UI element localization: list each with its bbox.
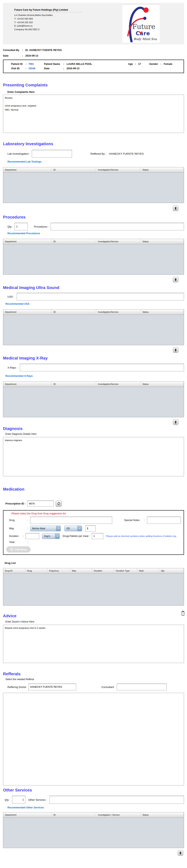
- recommended-procedures-table: Department ID Investigation/Service Stat…: [3, 239, 184, 275]
- total-label: Total: [9, 541, 14, 544]
- column-header-way: Way: [70, 568, 92, 574]
- column-header-department: Department: [3, 167, 52, 173]
- procedures-input-row: Qty : Procedures :: [7, 223, 184, 230]
- referring-doctor-row: Reffering Doctor Consultant: [7, 684, 184, 690]
- prescription-row: Prescription ID :: [5, 500, 184, 506]
- delete-xray-selection-button[interactable]: [173, 419, 178, 425]
- recommended-xray-link[interactable]: Recommended X-Rays: [5, 375, 184, 377]
- refresh-prescription-button[interactable]: [56, 500, 62, 506]
- company-name: Future Care by Future Holdings (Pty) Lim…: [14, 8, 83, 12]
- recommended-other-services-link[interactable]: Recommended Other Services: [7, 806, 184, 809]
- company-address: Le Chainter,Victoria,Mahe,Seychelles: [14, 13, 83, 17]
- lab-investigation-input[interactable]: [32, 150, 72, 157]
- complaints-label: Enter Complaints Here: [7, 91, 184, 93]
- colon: :: [28, 527, 28, 530]
- consultation-date-value: 2024-09-13: [25, 54, 38, 57]
- future-care-logo-icon: Future Care Body Mind Soul: [125, 6, 157, 42]
- company-phone-1: T: +24 82 593 593: [14, 17, 83, 21]
- patient-id-label: Patient ID: [11, 63, 26, 65]
- uss-delete-row: [3, 347, 184, 353]
- per-meal-label: Drugs/Tablets per meal :: [63, 535, 90, 537]
- column-header-investigation: Investigation / Service: [96, 812, 141, 817]
- company-number: Company No.8417652-2: [14, 28, 83, 31]
- consultant-label: Consultant: [101, 686, 114, 688]
- column-header-status: Status: [141, 812, 184, 817]
- other-qty-input[interactable]: [12, 796, 25, 804]
- special-notes-input[interactable]: [147, 517, 181, 524]
- column-header-investigation: Investigation/Service: [96, 167, 141, 173]
- column-header-id: ID: [52, 310, 96, 315]
- visit-date-label: Date: [44, 67, 63, 70]
- delete-uss-selection-button[interactable]: [173, 347, 178, 353]
- referral-list-box[interactable]: [3, 693, 184, 785]
- drug-name-input[interactable]: [30, 517, 112, 524]
- colon: :: [28, 519, 28, 522]
- column-header-drug: Drug: [25, 568, 47, 574]
- meal-timing-value: Before Meal: [30, 526, 56, 531]
- referring-doctor-label: Reffering Doctor: [7, 686, 26, 688]
- patient-name-value: LAURA NELLE POOL: [67, 63, 128, 65]
- colon: :: [23, 535, 24, 537]
- diagnosis-textarea[interactable]: Impress migrane: [3, 437, 184, 476]
- prescription-id-input[interactable]: [27, 500, 54, 506]
- frequency-qty-input[interactable]: [85, 525, 96, 531]
- total-row: Total:: [9, 541, 181, 544]
- chevron-down-icon: ▼: [77, 526, 82, 531]
- other-services-input[interactable]: [49, 796, 184, 804]
- presenting-complaints-heading: Presenting Complaints: [3, 83, 184, 87]
- procedures-qty-input[interactable]: [14, 223, 28, 230]
- recommended-uss-link[interactable]: Recommended USS: [5, 303, 184, 305]
- procedures-input[interactable]: [51, 223, 184, 230]
- delete-procedures-selection-button[interactable]: [173, 277, 178, 282]
- uss-input[interactable]: [17, 293, 184, 301]
- drug-list-table: Drug ID Drug Fequency Way Duration Durat…: [3, 568, 184, 606]
- colon: :: [22, 49, 25, 52]
- company-logo: Future Care Body Mind Soul: [122, 5, 160, 43]
- column-header-drug-id: Drug ID: [3, 568, 25, 574]
- drug-entry-box: Please select the Drug from Drug suggess…: [3, 510, 184, 555]
- diagnosis-heading: Diagnosis: [3, 426, 184, 431]
- meal-timing-select[interactable]: Before Meal ▼: [30, 526, 61, 531]
- delete-lab-selection-button[interactable]: [173, 206, 178, 211]
- consultant-input[interactable]: [117, 684, 167, 690]
- duration-input[interactable]: [26, 533, 39, 539]
- delete-other-selection-button[interactable]: [178, 850, 183, 856]
- column-header-duration: Duration: [92, 568, 114, 574]
- add-drug-button[interactable]: Add Drug: [6, 547, 31, 552]
- way-row: Way: Before Meal ▼ OD ▼: [9, 525, 181, 531]
- duration-unit-value: Day/s: [42, 533, 55, 539]
- xray-heading: Medical Imaging X-Ray: [3, 356, 184, 361]
- diagnosis-label: Enter Diagnosis Details Here: [5, 433, 184, 435]
- per-meal-input[interactable]: [92, 533, 103, 539]
- delete-drug-list-button[interactable]: [181, 611, 185, 617]
- duration-unit-select[interactable]: Day/s ▼: [42, 533, 60, 539]
- procedures-delete-row: [3, 277, 184, 282]
- trash-icon: [174, 278, 177, 281]
- frequency-value: OD: [65, 526, 77, 531]
- uss-input-row: USS :: [7, 293, 184, 301]
- advice-label: Enter Doctor's Advice Here: [5, 620, 184, 623]
- recommended-procedures-link[interactable]: Recommended Procedures: [7, 232, 184, 235]
- patient-row-2: Visit ID : 15548 Date : 2024-09-13: [3, 66, 184, 71]
- drug-list-label: Drug List: [5, 562, 184, 564]
- recommended-lab-testings-link[interactable]: Recommended Lab Testings: [7, 160, 184, 163]
- column-header-note: Note: [137, 568, 159, 574]
- xray-table-body-empty: [3, 387, 184, 417]
- procedures-table-body-empty: [3, 244, 184, 275]
- consulted-by-label: Consulted By: [3, 49, 22, 52]
- consulted-by-row: Consulted By : Dr. HANECKY FUENTE REYES: [3, 49, 184, 52]
- consulted-by-value: Dr. HANECKY FUENTE REYES: [25, 49, 62, 52]
- medication-heading: Medication: [3, 487, 184, 492]
- complaints-textarea[interactable]: Review Urine pregnancy test- negative FB…: [3, 95, 184, 133]
- company-info: Future Care by Future Holdings (Pty) Lim…: [14, 8, 83, 31]
- frequency-select[interactable]: OD ▼: [64, 526, 82, 531]
- other-services-label: Other Services :: [28, 798, 47, 801]
- age-label: Age: [128, 63, 135, 65]
- referring-doctor-input[interactable]: [28, 684, 76, 690]
- xray-input[interactable]: [20, 364, 184, 371]
- consultation-date-row: Date : 2024-09-13: [3, 54, 184, 57]
- logo-text-care: Care: [136, 30, 150, 36]
- advice-textarea[interactable]: Repeat urine pregnancy test in 2 weeks: [3, 625, 184, 663]
- column-header-investigation: Investigation/Service: [96, 382, 141, 387]
- colon: :: [144, 519, 145, 522]
